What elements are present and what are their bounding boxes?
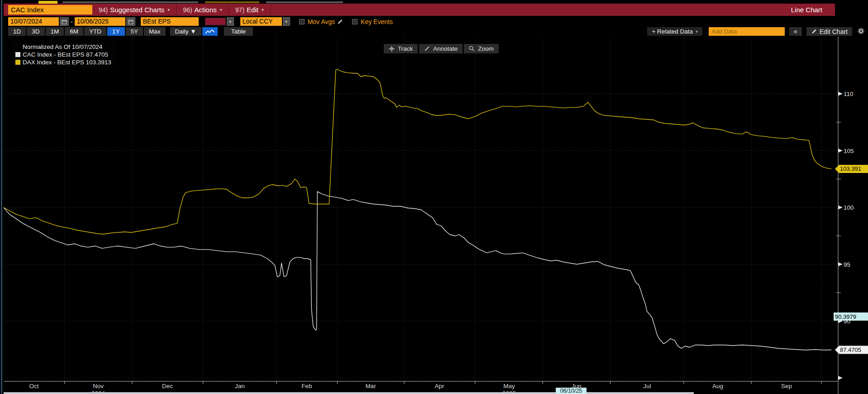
chevron-down-icon: ▾	[167, 7, 170, 12]
field-selector[interactable]: BEst EPS	[141, 17, 199, 26]
start-date-field[interactable]: 10/07/2024	[8, 17, 59, 26]
mov-avgs-checkbox[interactable]	[299, 19, 305, 24]
legend-item-dax[interactable]: DAX Index - BEst EPS 103.3913	[15, 58, 111, 66]
currency-dropdown-button[interactable]: ▾	[283, 17, 290, 26]
chevron-down-icon: ▾	[696, 29, 698, 34]
chevron-down-icon: ▾	[285, 19, 287, 24]
svg-text:105: 105	[844, 148, 854, 154]
line-color-swatch[interactable]	[205, 18, 226, 25]
x-axis-label-mar: Mar	[365, 383, 376, 389]
menu-item-number: 96)	[183, 6, 192, 14]
currency-selector[interactable]: Local CCY	[240, 17, 282, 26]
calendar-icon[interactable]	[60, 17, 69, 26]
x-axis-label-jan: Jan	[235, 383, 245, 389]
period-tabs: 1D3D1M6MYTD1Y5YMax Daily ▼ Table	[7, 27, 253, 36]
menu-actions[interactable]: 96) Actions ▾	[176, 4, 229, 16]
menu-item-number: 94)	[99, 6, 108, 14]
chart-legend: Normalized As Of 10/07/2024 CAC Index - …	[13, 42, 116, 68]
menu-suggested-charts[interactable]: 94) Suggested Charts ▾	[92, 4, 176, 16]
bloomberg-chart-window: 1101051009590103.39190.397987.4705 CAC I…	[0, 0, 868, 394]
period-1y[interactable]: 1Y	[107, 27, 125, 36]
annotate-button[interactable]: Annotate	[419, 44, 463, 53]
chevron-down-icon: ▾	[229, 19, 231, 24]
annotate-label: Annotate	[433, 45, 458, 52]
table-button[interactable]: Table	[224, 27, 253, 36]
related-data-label: + Related Data	[652, 28, 692, 35]
menu-item-label: Suggested Charts	[110, 6, 164, 14]
x-axis-label-dec: Dec	[162, 383, 173, 389]
chart-tool-buttons: Track Annotate Zoom	[384, 44, 499, 53]
x-axis-label-feb: Feb	[301, 383, 312, 389]
x-axis-label-may: May	[503, 383, 515, 389]
svg-text:103.391: 103.391	[840, 165, 861, 172]
related-data-button[interactable]: + Related Data ▾	[647, 27, 702, 36]
x-axis-label-aug: Aug	[712, 383, 723, 389]
period-5y[interactable]: 5Y	[126, 27, 143, 36]
window-left-edge	[0, 0, 4, 394]
menu-item-label: Edit	[247, 6, 258, 14]
menu-bar: CAC Index 94) Suggested Charts ▾ 96) Act…	[4, 4, 835, 16]
date-range-separator: -	[71, 18, 73, 25]
edit-chart-label: Edit Chart	[820, 28, 848, 35]
period-buttons-group: 1D3D1M6MYTD1Y5YMax	[7, 27, 166, 36]
legend-title: Normalized As Of 10/07/2024	[23, 43, 111, 51]
svg-text:87.4705: 87.4705	[840, 346, 861, 353]
cac-series-swatch	[15, 52, 20, 57]
x-axis-label-nov: Nov	[93, 383, 104, 389]
annotate-pencil-icon	[424, 46, 430, 52]
period-1m[interactable]: 1M	[46, 27, 64, 36]
clipped-text	[62, 1, 198, 3]
x-axis-label-oct: Oct	[29, 383, 38, 389]
legend-label: CAC Index - BEst EPS 87.4705	[23, 51, 108, 58]
period-6m[interactable]: 6M	[65, 27, 83, 36]
menu-item-number: 97)	[235, 6, 244, 14]
key-events-checkbox[interactable]	[352, 19, 358, 24]
svg-text:110: 110	[844, 91, 854, 97]
period-1d[interactable]: 1D	[8, 27, 26, 36]
chart-type-label: Line Chart	[791, 6, 835, 14]
period-max[interactable]: Max	[144, 27, 166, 36]
window-bottom-edge	[0, 392, 694, 394]
line-chart-icon[interactable]	[202, 27, 218, 36]
clipped-function-row	[4, 0, 868, 4]
edit-chart-button[interactable]: Edit Chart	[806, 27, 852, 36]
track-label: Track	[398, 45, 413, 52]
chart-plot[interactable]: 1101051009590103.39190.397987.4705	[0, 0, 868, 394]
collapse-panel-button[interactable]: «	[789, 27, 802, 36]
tracked-date-badge: 06/10/25	[556, 388, 587, 394]
chart-toolbar: 1D3D1M6MYTD1Y5YMax Daily ▼ Table + Relat…	[4, 27, 868, 36]
svg-text:100: 100	[844, 204, 854, 211]
x-axis-label-apr: Apr	[434, 383, 444, 389]
end-date-field[interactable]: 10/06/2025	[75, 17, 125, 26]
zoom-label: Zoom	[478, 45, 494, 52]
frequency-dropdown[interactable]: Daily ▼	[170, 27, 201, 36]
ticker-input[interactable]: CAC Index	[8, 5, 92, 14]
chevron-down-icon: ▾	[220, 7, 222, 12]
track-button[interactable]: Track	[384, 44, 418, 53]
menu-edit[interactable]: 97) Edit ▾	[229, 4, 271, 16]
chart-settings-bar: 10/07/2024 - 10/06/2025 BEst EPS ▾ Local…	[4, 16, 868, 27]
crosshair-icon	[389, 46, 395, 52]
magnifier-icon	[469, 46, 475, 52]
period-ytd[interactable]: YTD	[84, 27, 106, 36]
zoom-button[interactable]: Zoom	[464, 44, 499, 53]
x-axis-label-jul: Jul	[643, 383, 651, 389]
legend-item-cac[interactable]: CAC Index - BEst EPS 87.4705	[15, 51, 111, 58]
clipped-text	[205, 1, 259, 3]
dax-series-swatch	[15, 60, 20, 65]
menu-item-label: Actions	[195, 6, 217, 14]
add-data-input[interactable]	[709, 27, 785, 36]
calendar-icon[interactable]	[126, 17, 135, 26]
legend-label: DAX Index - BEst EPS 103.3913	[23, 58, 111, 66]
svg-text:90.3979: 90.3979	[835, 313, 856, 320]
toolbar-right-group: + Related Data ▾ « Edit Chart	[647, 27, 866, 36]
gear-icon[interactable]	[856, 27, 866, 36]
pencil-icon[interactable]	[337, 19, 343, 25]
color-dropdown-button[interactable]: ▾	[227, 17, 234, 26]
key-events-label: Key Events	[361, 18, 393, 25]
mov-avgs-label: Mov Avgs	[308, 18, 335, 25]
period-3d[interactable]: 3D	[27, 27, 44, 36]
svg-text:95: 95	[844, 261, 850, 268]
pencil-icon	[811, 29, 817, 34]
chevron-down-icon: ▾	[262, 7, 264, 12]
